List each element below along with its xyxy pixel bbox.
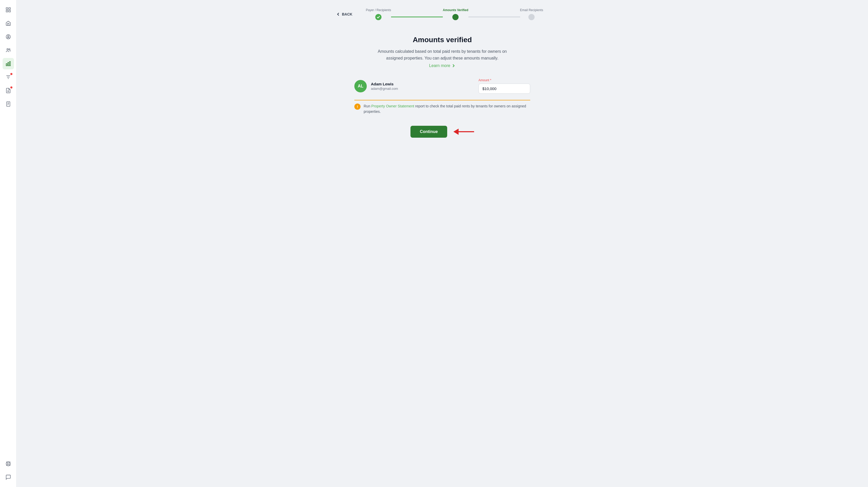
step-3-label: Email Recipients — [520, 8, 543, 12]
arrow-shaft — [459, 131, 474, 132]
svg-point-6 — [7, 49, 8, 50]
stepper: Payer / Recipients Amounts Verified Emai… — [361, 8, 548, 20]
main-content: BACK Payer / Recipients Amounts Verified — [17, 0, 868, 487]
svg-rect-0 — [6, 8, 7, 9]
back-label: BACK — [342, 12, 352, 16]
svg-rect-3 — [8, 10, 10, 12]
step-2-circle — [452, 14, 459, 20]
svg-rect-9 — [8, 62, 9, 66]
sidebar-item-support[interactable] — [3, 458, 14, 469]
sidebar-item-chat[interactable] — [3, 471, 14, 483]
learn-more-label: Learn more — [429, 63, 450, 68]
filter-badge — [10, 73, 12, 75]
step-3-circle — [528, 14, 535, 20]
step-1-circle — [375, 14, 381, 20]
sidebar-item-filter[interactable] — [3, 71, 14, 83]
continue-button[interactable]: Continue — [410, 126, 447, 138]
step-email-recipients: Email Recipients — [520, 8, 543, 20]
sidebar-item-home[interactable] — [3, 18, 14, 29]
page-description: Amounts calculated based on total paid r… — [372, 48, 512, 61]
amount-label: Amount * — [478, 79, 530, 82]
recipient-details: Adam Lewis adam@gmail.com — [371, 82, 398, 91]
sidebar-item-chart[interactable] — [3, 58, 14, 69]
recipient-row: AL Adam Lewis adam@gmail.com Amount * — [354, 79, 530, 94]
content-area: Amounts verified Amounts calculated base… — [344, 20, 540, 148]
svg-rect-8 — [6, 64, 7, 66]
sidebar-item-profile[interactable] — [3, 31, 14, 42]
amount-field: Amount * — [478, 79, 530, 94]
arrow-indicator — [454, 129, 474, 135]
button-area: Continue — [410, 126, 474, 138]
svg-point-5 — [7, 35, 9, 37]
stepper-container: BACK Payer / Recipients Amounts Verified — [326, 0, 559, 20]
avatar: AL — [354, 80, 367, 92]
documents-badge — [10, 86, 12, 89]
sidebar-item-reports[interactable] — [3, 98, 14, 110]
learn-more-link[interactable]: Learn more — [429, 63, 456, 68]
amount-input[interactable] — [478, 84, 530, 94]
back-button[interactable]: BACK — [336, 12, 352, 16]
property-owner-statement-link[interactable]: Property Owner Statement — [371, 104, 414, 108]
sidebar-item-people[interactable] — [3, 44, 14, 56]
svg-point-18 — [7, 463, 9, 464]
warning-icon: ! — [354, 103, 361, 110]
step-payer-recipients: Payer / Recipients — [366, 8, 391, 20]
step-line-1 — [391, 17, 443, 17]
sidebar — [0, 0, 17, 487]
arrow-head — [454, 129, 459, 135]
step-line-2 — [468, 17, 520, 17]
sidebar-item-documents[interactable] — [3, 85, 14, 96]
step-amounts-verified: Amounts Verified — [443, 8, 468, 20]
recipient-email: adam@gmail.com — [371, 87, 398, 91]
svg-rect-2 — [6, 10, 7, 12]
svg-rect-1 — [8, 8, 10, 9]
warning-text: Run Property Owner Statement report to c… — [364, 103, 530, 114]
svg-rect-10 — [9, 62, 10, 66]
step-2-label: Amounts Verified — [443, 8, 468, 12]
recipient-info: AL Adam Lewis adam@gmail.com — [354, 80, 468, 92]
warning-bar: ! Run Property Owner Statement report to… — [354, 100, 530, 118]
page-title: Amounts verified — [413, 36, 472, 44]
sidebar-item-grid[interactable] — [3, 4, 14, 16]
svg-point-7 — [9, 49, 10, 50]
recipient-name: Adam Lewis — [371, 82, 398, 86]
step-1-label: Payer / Recipients — [366, 8, 391, 12]
